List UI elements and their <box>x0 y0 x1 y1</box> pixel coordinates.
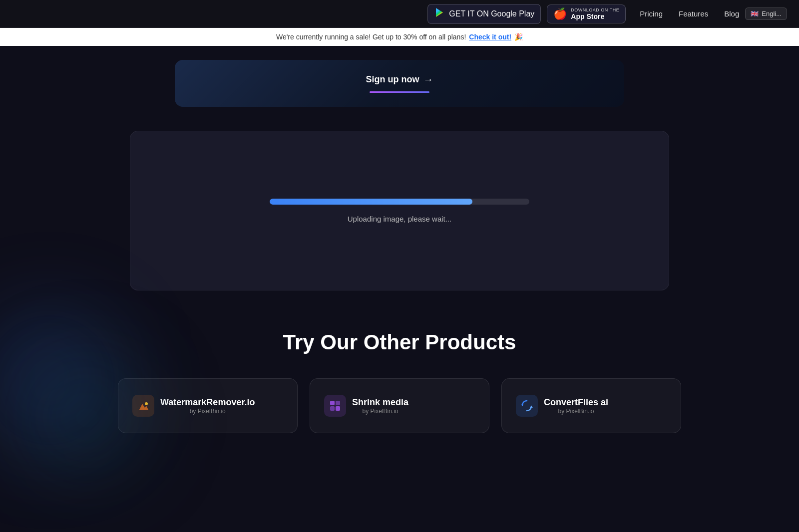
app-store-text: Download on the App Store <box>571 7 619 20</box>
progress-bar-fill <box>270 199 472 205</box>
product-card-convert[interactable]: ConvertFiles ai by PixelBin.io <box>501 378 681 433</box>
app-store-badge[interactable]: 🍎 Download on the App Store <box>547 4 626 23</box>
watermark-icon <box>132 395 154 417</box>
flag-icon: 🇬🇧 <box>751 10 759 17</box>
product-card-watermark[interactable]: WatermarkRemover.io by PixelBin.io <box>118 378 298 433</box>
google-play-icon <box>434 7 445 21</box>
shrink-text: Shrink media by PixelBin.io <box>352 397 408 415</box>
progress-bar-container <box>270 199 529 205</box>
arrow-icon: → <box>423 74 433 85</box>
language-selector[interactable]: 🇬🇧 Engli... <box>745 7 787 20</box>
convert-icon <box>516 395 538 417</box>
signup-underline <box>370 91 429 93</box>
svg-rect-2 <box>336 401 340 405</box>
shrink-icon <box>324 395 346 417</box>
sale-emoji: 🎉 <box>514 33 523 41</box>
content-wrapper: Sign up now → Uploading image, please wa… <box>0 56 799 463</box>
product-shrink-header: Shrink media by PixelBin.io <box>324 395 408 417</box>
apple-icon: 🍎 <box>553 7 567 20</box>
signup-label: Sign up now <box>366 74 419 85</box>
svg-rect-3 <box>330 406 335 411</box>
nav-pricing[interactable]: Pricing <box>640 9 663 18</box>
upload-container: Uploading image, please wait... <box>0 119 799 290</box>
watermark-text: WatermarkRemover.io by PixelBin.io <box>160 397 255 415</box>
main-content: Sign up now → Uploading image, please wa… <box>0 0 799 463</box>
svg-rect-4 <box>336 406 340 411</box>
nav-blog[interactable]: Blog <box>724 9 739 18</box>
product-convert-header: ConvertFiles ai by PixelBin.io <box>516 395 608 417</box>
convert-text: ConvertFiles ai by PixelBin.io <box>544 397 608 415</box>
google-play-text: GET IT ON Google Play <box>449 9 534 18</box>
products-title: Try Our Other Products <box>20 330 779 354</box>
product-card-shrink[interactable]: Shrink media by PixelBin.io <box>310 378 489 433</box>
upload-status-text: Uploading image, please wait... <box>348 215 451 223</box>
nav-features[interactable]: Features <box>679 9 708 18</box>
google-play-badge[interactable]: GET IT ON Google Play <box>427 4 541 24</box>
sale-text: We're currently running a sale! Get up t… <box>276 33 466 41</box>
signup-container: Sign up now → <box>0 56 799 107</box>
nav-links: Pricing Features Blog <box>640 9 739 18</box>
upload-area: Uploading image, please wait... <box>130 131 669 290</box>
signup-section: Sign up now → <box>175 60 624 107</box>
products-section: Try Our Other Products WatermarkRemover.… <box>0 290 799 463</box>
signup-button[interactable]: Sign up now → <box>366 70 433 89</box>
svg-rect-1 <box>330 401 335 405</box>
products-grid: WatermarkRemover.io by PixelBin.io <box>100 378 699 433</box>
svg-point-0 <box>145 402 148 405</box>
navbar: GET IT ON Google Play 🍎 Download on the … <box>0 0 799 28</box>
sale-link[interactable]: Check it out! <box>469 33 511 41</box>
sale-banner: We're currently running a sale! Get up t… <box>0 28 799 46</box>
product-watermark-header: WatermarkRemover.io by PixelBin.io <box>132 395 255 417</box>
